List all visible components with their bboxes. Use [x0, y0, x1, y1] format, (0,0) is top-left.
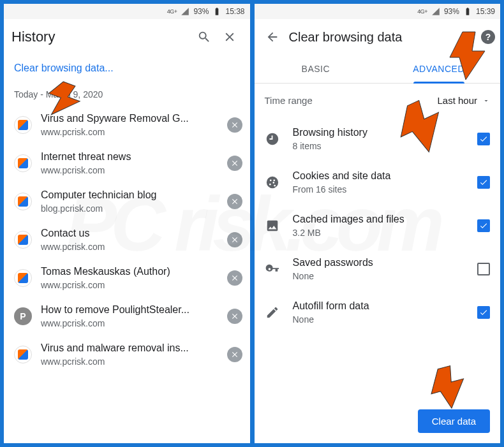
history-item-text: Computer technician blogblog.pcrisk.com: [41, 189, 218, 214]
search-button[interactable]: [191, 24, 217, 50]
button-row: Clear data: [255, 399, 501, 443]
history-item-title: Virus and Spyware Removal G...: [41, 112, 218, 126]
history-item[interactable]: Virus and Spyware Removal G...www.pcrisk…: [4, 106, 250, 144]
back-arrow-icon: [265, 30, 279, 44]
help-icon: ?: [485, 32, 491, 42]
history-item-text: Virus and malware removal ins...www.pcri…: [41, 342, 218, 367]
history-item-text: Contact uswww.pcrisk.com: [41, 227, 218, 253]
history-item[interactable]: Internet threat newswww.pcrisk.com: [4, 144, 250, 182]
history-item-title: Computer technician blog: [41, 189, 218, 202]
history-item[interactable]: Computer technician blogblog.pcrisk.com: [4, 182, 250, 221]
help-button[interactable]: ?: [481, 30, 495, 44]
checkbox[interactable]: [477, 133, 490, 145]
clear-option-title: Autofill form data: [293, 300, 465, 313]
key-icon: [265, 261, 280, 277]
image-icon: [265, 218, 280, 233]
history-item-title: Virus and malware removal ins...: [41, 342, 218, 355]
favicon: [14, 193, 32, 210]
tab-bar: BASIC ADVANCED: [255, 55, 501, 84]
history-item-url: www.pcrisk.com: [41, 165, 218, 176]
close-icon: [230, 121, 239, 129]
clear-option-title: Cached images and files: [293, 213, 465, 226]
history-item-text: How to remove PoulightStealer...www.pcri…: [41, 304, 218, 329]
history-item-url: www.pcrisk.com: [41, 279, 218, 291]
clock-icon: [265, 131, 280, 147]
delete-item-button[interactable]: [227, 156, 242, 171]
date-header: Today - March 9, 2020: [4, 85, 250, 106]
history-item[interactable]: Virus and malware removal ins...www.pcri…: [4, 335, 250, 374]
favicon: [14, 269, 32, 287]
clear-option-item[interactable]: Browsing history8 items: [255, 117, 501, 161]
close-icon: [230, 350, 239, 359]
time-range-selector[interactable]: Time range Last hour: [255, 84, 501, 117]
clear-option-item[interactable]: Cached images and files3.2 MB: [255, 204, 501, 247]
history-item-title: How to remove PoulightStealer...: [41, 304, 218, 317]
history-item-text: Virus and Spyware Removal G...www.pcrisk…: [41, 112, 218, 138]
delete-item-button[interactable]: [227, 194, 242, 209]
clear-option-title: Saved passwords: [293, 256, 465, 270]
clear-browsing-data-link[interactable]: Clear browsing data...: [4, 55, 250, 85]
clear-data-list: Browsing history8 itemsCookies and site …: [255, 117, 501, 399]
history-list: Virus and Spyware Removal G...www.pcrisk…: [4, 106, 250, 443]
history-item[interactable]: PHow to remove PoulightStealer...www.pcr…: [4, 297, 250, 335]
signal-icon: [431, 7, 440, 16]
close-button[interactable]: [217, 24, 242, 50]
clear-option-title: Cookies and site data: [293, 170, 465, 183]
history-item[interactable]: Tomas Meskauskas (Author)www.pcrisk.com: [4, 259, 250, 297]
check-icon: [479, 221, 488, 230]
history-item-url: www.pcrisk.com: [41, 318, 218, 329]
clear-option-text: Browsing history8 items: [293, 126, 465, 152]
delete-item-button[interactable]: [227, 232, 242, 247]
checkbox[interactable]: [477, 219, 490, 232]
battery-percent: 93%: [193, 7, 209, 16]
battery-percent: 93%: [444, 7, 459, 16]
clear-data-header: Clear browsing data ?: [255, 19, 501, 55]
history-item-title: Tomas Meskauskas (Author): [41, 265, 218, 279]
clear-option-subtitle: None: [293, 314, 465, 325]
favicon: [14, 231, 32, 249]
checkbox[interactable]: [477, 263, 490, 275]
check-icon: [479, 135, 488, 143]
clear-option-item[interactable]: Cookies and site dataFrom 16 sites: [255, 161, 501, 204]
signal-icon: [181, 7, 189, 16]
network-indicator: 4G+: [167, 8, 177, 15]
history-item-url: www.pcrisk.com: [41, 126, 218, 138]
history-item[interactable]: Contact uswww.pcrisk.com: [4, 221, 250, 259]
close-icon: [230, 312, 239, 321]
tab-basic[interactable]: BASIC: [255, 55, 378, 83]
time-range-value: Last hour: [437, 95, 477, 106]
clear-option-subtitle: None: [293, 270, 465, 282]
history-header: History: [4, 19, 250, 55]
history-item-url: blog.pcrisk.com: [41, 203, 218, 214]
clear-option-subtitle: 8 items: [293, 140, 465, 152]
status-bar: 4G+ 93% 15:39: [255, 4, 501, 19]
cookie-icon: [265, 175, 280, 190]
delete-item-button[interactable]: [227, 347, 242, 362]
back-button[interactable]: [260, 24, 285, 50]
history-item-title: Internet threat news: [41, 150, 218, 164]
delete-item-button[interactable]: [227, 309, 242, 324]
battery-icon: [212, 7, 221, 16]
network-indicator: 4G+: [417, 8, 427, 15]
clear-option-text: Saved passwordsNone: [293, 256, 465, 282]
favicon: P: [14, 307, 32, 325]
check-icon: [479, 178, 488, 187]
dropdown-icon: [482, 97, 490, 105]
phone-right: 4G+ 93% 15:39 Clear browsing data ? BASI…: [254, 3, 501, 444]
checkbox[interactable]: [477, 176, 490, 189]
checkbox[interactable]: [477, 306, 490, 319]
clock-text: 15:38: [225, 7, 244, 16]
clear-data-button[interactable]: Clear data: [418, 409, 490, 433]
history-item-text: Tomas Meskauskas (Author)www.pcrisk.com: [41, 265, 218, 291]
tab-advanced[interactable]: ADVANCED: [377, 55, 500, 83]
check-icon: [479, 308, 488, 317]
page-title: Clear browsing data: [289, 30, 478, 45]
clock-text: 15:39: [476, 7, 495, 16]
close-icon: [230, 197, 239, 206]
delete-item-button[interactable]: [227, 117, 242, 133]
clear-option-item[interactable]: Autofill form dataNone: [255, 291, 501, 334]
clear-option-text: Cached images and files3.2 MB: [293, 213, 465, 238]
status-bar: 4G+ 93% 15:38: [4, 4, 250, 19]
clear-option-item[interactable]: Saved passwordsNone: [255, 247, 501, 291]
delete-item-button[interactable]: [227, 270, 242, 286]
